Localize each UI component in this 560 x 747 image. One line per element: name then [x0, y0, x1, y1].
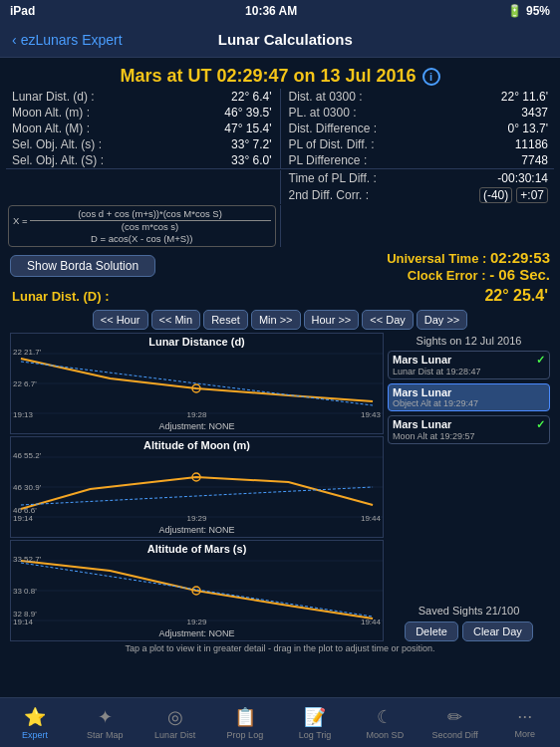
- data-section: Lunar Dist. (d) : 22° 6.4' Moon Alt. (m)…: [6, 89, 554, 168]
- borda-button[interactable]: Show Borda Solution: [10, 255, 155, 277]
- control-buttons-row: << Hour << Min Reset Min >> Hour >> << D…: [6, 307, 554, 333]
- status-time: 10:36 AM: [245, 4, 297, 18]
- min-back-button[interactable]: << Min: [151, 310, 201, 330]
- altitude-moon-chart[interactable]: Altitude of Moon (m) 46 55.2' 46 30.9' 4…: [10, 436, 384, 538]
- tab-star-map[interactable]: ✦ Star Map: [70, 698, 140, 747]
- charts-area: Lunar Distance (d) 22 21.7' 22 6.7' 19:1…: [10, 333, 384, 641]
- header-title: Mars at UT 02:29:47 on 13 Jul 2016: [120, 66, 416, 87]
- data-row: PL of Dist. Diff. : 11186: [285, 136, 553, 152]
- checkmark-icon: ✓: [536, 418, 545, 431]
- back-label: ezLunars Expert: [21, 32, 123, 48]
- data-row: Sel. Obj. Alt. (S) : 33° 6.0': [8, 152, 276, 168]
- status-left: iPad: [10, 4, 35, 18]
- formula-box: X = (cos d + cos (m+s))*(cos M*cos S) (c…: [8, 205, 276, 247]
- data-row: PL. at 0300 : 3437: [285, 105, 553, 121]
- log-trig-icon: 📝: [304, 706, 326, 728]
- tab-moon-sd[interactable]: ☾ Moon SD: [350, 698, 420, 747]
- svg-line-8: [21, 487, 373, 505]
- sight-item-0[interactable]: Mars Lunar ✓ Lunar Dist at 19:28:47: [388, 351, 550, 379]
- tab-expert[interactable]: ⭐ Expert: [0, 698, 70, 747]
- sights-sidebar: Sights on 12 Jul 2016 Mars Lunar ✓ Lunar…: [388, 333, 550, 641]
- battery-icon: 🔋: [507, 4, 522, 18]
- star-map-icon: ✦: [98, 706, 113, 728]
- second-diff-icon: ✏: [447, 706, 462, 728]
- saved-sights-label: Saved Sights 21/100: [388, 605, 550, 617]
- clear-day-button[interactable]: Clear Day: [462, 622, 533, 641]
- tab-lunar-dist[interactable]: ◎ Lunar Dist: [140, 698, 210, 747]
- data-row: Moon Alt. (M) : 47° 15.4': [8, 121, 276, 136]
- info-icon[interactable]: i: [422, 68, 440, 86]
- back-button[interactable]: ‹ ezLunars Expert: [12, 32, 123, 48]
- status-bar: iPad 10:36 AM 🔋 95%: [0, 0, 560, 22]
- hour-fwd-button[interactable]: Hour >>: [304, 310, 360, 330]
- day-fwd-button[interactable]: Day >>: [417, 310, 467, 330]
- formula-d-line: D = acos(X - cos (M+S)): [13, 233, 271, 244]
- formula-section: X = (cos d + cos (m+s))*(cos M*cos S) (c…: [6, 205, 554, 247]
- altitude-mars-chart[interactable]: Altitude of Mars (s) 33 52.7' 33 0.8' 32…: [10, 540, 384, 641]
- charts-sidebar: Lunar Distance (d) 22 21.7' 22 6.7' 19:1…: [6, 333, 554, 641]
- status-right: 🔋 95%: [507, 4, 550, 18]
- delete-button[interactable]: Delete: [405, 622, 458, 641]
- tab-prop-log[interactable]: 📋 Prop Log: [210, 698, 280, 747]
- moon-sd-icon: ☾: [377, 706, 393, 728]
- data-row: Dist. at 0300 : 22° 11.6': [285, 89, 553, 105]
- battery-level: 95%: [526, 4, 550, 18]
- chevron-left-icon: ‹: [12, 32, 17, 48]
- formula-denominator: (cos m*cos s): [30, 221, 271, 232]
- main-content: Mars at UT 02:29:47 on 13 Jul 2016 i Lun…: [0, 58, 560, 659]
- sight-item-1[interactable]: Mars Lunar Object Alt at 19:29:47: [388, 383, 550, 411]
- tab-second-diff[interactable]: ✏ Second Diff: [420, 698, 490, 747]
- data-row: Sel. Obj. Alt. (s) : 33° 7.2': [8, 136, 276, 152]
- pl-diff-section: Time of PL Diff. : -00:30:14 2nd Diff. C…: [6, 168, 554, 204]
- right-data-col: Dist. at 0300 : 22° 11.6' PL. at 0300 : …: [280, 89, 553, 168]
- nav-title: Lunar Calculations: [218, 31, 353, 48]
- saved-sights-buttons: Delete Clear Day: [388, 622, 550, 641]
- formula-numerator: (cos d + cos (m+s))*(cos M*cos S): [30, 208, 271, 221]
- data-row: Dist. Difference : 0° 13.7': [285, 121, 553, 136]
- tab-log-trig[interactable]: 📝 Log Trig: [280, 698, 350, 747]
- pl-diff-row: Time of PL Diff. : -00:30:14: [285, 170, 553, 186]
- hour-back-button[interactable]: << Hour: [93, 310, 148, 330]
- second-diff-row: 2nd Diff. Corr. : (-40) +:07: [285, 186, 553, 204]
- sight-item-2[interactable]: Mars Lunar ✓ Moon Alt at 19:29:57: [388, 415, 550, 444]
- borda-ut-row: Show Borda Solution Universal Time : 02:…: [6, 247, 554, 285]
- left-data-col: Lunar Dist. (d) : 22° 6.4' Moon Alt. (m)…: [8, 89, 280, 168]
- tab-bar: ⭐ Expert ✦ Star Map ◎ Lunar Dist 📋 Prop …: [0, 697, 560, 747]
- data-row: PL Difference : 7748: [285, 152, 553, 168]
- more-icon: ···: [517, 706, 532, 727]
- bottom-hint: Tap a plot to view it in greater detail …: [6, 641, 554, 655]
- data-row: Lunar Dist. (d) : 22° 6.4': [8, 89, 276, 105]
- lunar-distance-chart[interactable]: Lunar Distance (d) 22 21.7' 22 6.7' 19:1…: [10, 333, 384, 434]
- tab-more[interactable]: ··· More: [490, 698, 560, 747]
- expert-icon: ⭐: [24, 706, 46, 728]
- header-title-row: Mars at UT 02:29:47 on 13 Jul 2016 i: [6, 62, 554, 89]
- prop-log-icon: 📋: [234, 706, 256, 728]
- nav-bar: ‹ ezLunars Expert Lunar Calculations: [0, 22, 560, 58]
- reset-button[interactable]: Reset: [203, 310, 248, 330]
- lunar-dist-row: Lunar Dist. (D) : 22° 25.4': [6, 285, 554, 307]
- lunar-dist-icon: ◎: [167, 706, 183, 728]
- svg-line-13: [21, 563, 373, 617]
- checkmark-icon: ✓: [536, 354, 545, 367]
- data-row: Moon Alt. (m) : 46° 39.5': [8, 105, 276, 121]
- day-back-button[interactable]: << Day: [362, 310, 413, 330]
- min-fwd-button[interactable]: Min >>: [251, 310, 301, 330]
